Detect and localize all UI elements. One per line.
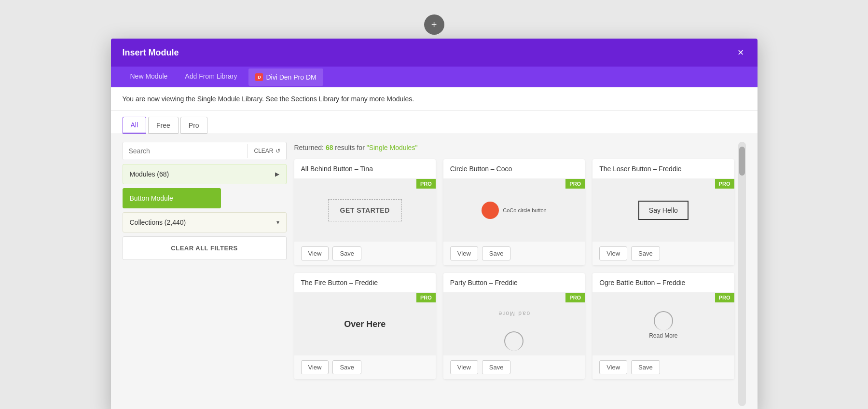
filter-tab-free[interactable]: Free <box>148 117 179 134</box>
chevron-right-icon: ▶ <box>275 171 279 177</box>
read-more-label: Read More <box>649 332 677 339</box>
module-preview: PRO GET STARTED <box>294 179 436 242</box>
page-wrapper: + Insert Module × New Module Add From Li… <box>0 10 868 409</box>
arc-circle-2 <box>654 311 673 330</box>
insert-module-modal: Insert Module × New Module Add From Libr… <box>111 39 758 409</box>
pro-badge: PRO <box>416 293 436 302</box>
module-card-title: Circle Button – Coco <box>443 159 585 179</box>
save-button[interactable]: Save <box>482 246 511 260</box>
save-button[interactable]: Save <box>482 360 511 374</box>
pro-badge: PRO <box>715 179 734 189</box>
module-card: Ogre Battle Button – Freddie PRO Read Mo… <box>592 273 734 379</box>
arc-text: oad More <box>498 310 530 317</box>
say-hello-preview: Say Hello <box>638 201 689 220</box>
module-card-title: All Behind Button – Tina <box>294 159 436 179</box>
search-box: CLEAR ↺ <box>123 142 287 160</box>
module-card-actions: View Save <box>592 242 734 265</box>
pro-badge: PRO <box>565 179 585 189</box>
module-card-title: The Loser Button – Freddie <box>592 159 734 179</box>
module-card-actions: View Save <box>294 355 436 379</box>
module-card: Circle Button – Coco PRO CoCo circle but… <box>443 159 585 265</box>
modal-title: Insert Module <box>123 48 179 58</box>
circle-label: CoCo circle button <box>503 207 547 213</box>
tab-new-module[interactable]: New Module <box>123 67 176 87</box>
circle-button-preview: CoCo circle button <box>482 202 547 219</box>
module-card: Party Button – Freddie PRO oad More <box>443 273 585 379</box>
module-card-actions: View Save <box>443 242 585 265</box>
save-button[interactable]: Save <box>332 246 361 260</box>
filter-tabs-row: All Free Pro <box>111 111 758 134</box>
content-area: CLEAR ↺ Modules (68) ▶ Button Module <box>111 134 758 409</box>
button-module-filter[interactable]: Button Module <box>123 188 221 208</box>
read-more-arc-preview: oad More <box>504 298 524 351</box>
circle-red <box>482 202 499 219</box>
pro-badge: PRO <box>416 179 436 189</box>
view-button[interactable]: View <box>599 246 627 260</box>
view-button[interactable]: View <box>599 360 627 374</box>
divi-den-icon: D <box>255 73 263 81</box>
plus-icon: + <box>431 19 437 30</box>
results-info: Returned: 68 results for "Single Modules… <box>294 142 734 153</box>
add-module-button[interactable]: + <box>424 14 444 35</box>
sidebar-filters: CLEAR ↺ Modules (68) ▶ Button Module <box>123 142 287 406</box>
scrollbar-thumb[interactable] <box>739 147 745 176</box>
filter-tab-all[interactable]: All <box>123 117 147 134</box>
modal-header: Insert Module × <box>111 39 758 67</box>
over-here-preview: Over Here <box>344 319 386 329</box>
save-button[interactable]: Save <box>631 246 660 260</box>
module-card-actions: View Save <box>294 242 436 265</box>
pro-badge: PRO <box>565 293 585 302</box>
get-started-button-preview: GET STARTED <box>328 199 402 221</box>
module-card-actions: View Save <box>443 355 585 379</box>
refresh-icon: ↺ <box>276 148 280 154</box>
pro-badge: PRO <box>715 293 734 302</box>
modal-close-button[interactable]: × <box>736 47 746 58</box>
modules-with-scroll: Returned: 68 results for "Single Modules… <box>294 142 746 406</box>
module-preview: PRO Read More <box>592 293 734 355</box>
arc-circle <box>504 331 524 351</box>
module-preview: PRO oad More <box>443 293 585 355</box>
module-preview: PRO Say Hello <box>592 179 734 242</box>
read-more-2-preview: Read More <box>649 309 677 339</box>
module-card: All Behind Button – Tina PRO GET STARTED… <box>294 159 436 265</box>
tabs-bar: New Module Add From Library D Divi Den P… <box>111 67 758 87</box>
filter-tab-pro[interactable]: Pro <box>180 117 207 134</box>
modules-grid-area: Returned: 68 results for "Single Modules… <box>294 142 734 406</box>
clear-search-button[interactable]: CLEAR ↺ <box>248 144 286 158</box>
clear-all-filters-button[interactable]: CLEAR ALL FILTERS <box>123 236 287 260</box>
module-card-title: Ogre Battle Button – Freddie <box>592 273 734 293</box>
modules-grid: All Behind Button – Tina PRO GET STARTED… <box>294 159 734 379</box>
module-card-actions: View Save <box>592 355 734 379</box>
view-button[interactable]: View <box>450 360 478 374</box>
chevron-down-icon: ▾ <box>276 219 279 226</box>
modal-body: You are now viewing the Single Module Li… <box>111 87 758 409</box>
scrollbar-track[interactable] <box>738 142 746 406</box>
module-card: The Fire Button – Freddie PRO Over Here … <box>294 273 436 379</box>
search-input[interactable] <box>123 142 248 160</box>
collections-filter-row[interactable]: Collections (2,440) ▾ <box>123 212 287 232</box>
module-preview: PRO CoCo circle button <box>443 179 585 242</box>
save-button[interactable]: Save <box>631 360 660 374</box>
tab-add-from-library[interactable]: Add From Library <box>177 67 245 87</box>
module-card-title: The Fire Button – Freddie <box>294 273 436 293</box>
view-button[interactable]: View <box>301 360 329 374</box>
module-card: The Loser Button – Freddie PRO Say Hello… <box>592 159 734 265</box>
library-notice: You are now viewing the Single Module Li… <box>111 87 758 111</box>
save-button[interactable]: Save <box>332 360 361 374</box>
module-card-title: Party Button – Freddie <box>443 273 585 293</box>
tab-divi-den-pro[interactable]: D Divi Den Pro DM <box>248 68 323 86</box>
view-button[interactable]: View <box>450 246 478 260</box>
module-preview: PRO Over Here <box>294 293 436 355</box>
view-button[interactable]: View <box>301 246 329 260</box>
modules-filter-row[interactable]: Modules (68) ▶ <box>123 164 287 184</box>
